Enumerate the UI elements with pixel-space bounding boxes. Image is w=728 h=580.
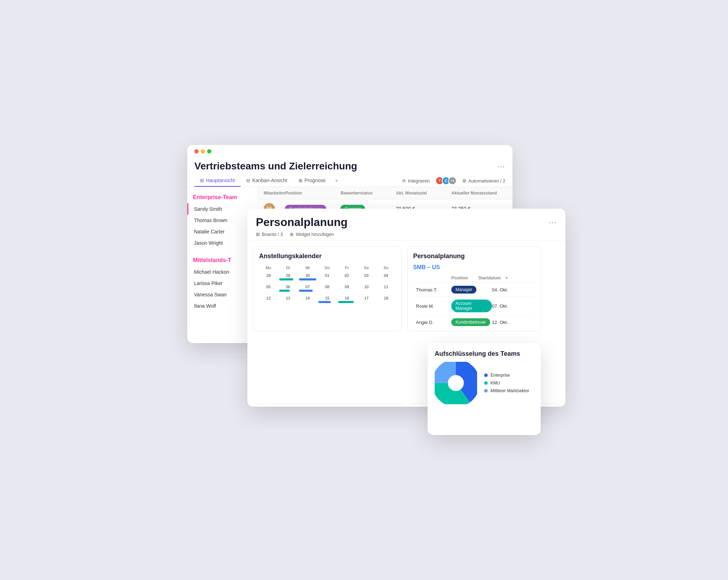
calendar-widget: Anstellungskalender Mo Di Mi Do Fr Sa So…: [253, 246, 401, 331]
automate-icon: ⚙: [462, 178, 466, 184]
calendar-grid: Mo Di Mi Do Fr Sa So 28 29 30 01 02 03 0…: [259, 264, 395, 305]
member-name: Sandy Smith: [194, 206, 252, 212]
cal-cell: 29: [278, 272, 297, 283]
member-name: Ilana Wolf: [194, 303, 252, 309]
avatar-stack: T C +2: [435, 176, 457, 185]
position-badge-manager: Manager: [451, 286, 476, 294]
tab-hauptansicht[interactable]: ⊞ Hauptansicht: [194, 175, 241, 187]
tab-kanban[interactable]: ⊟ Kanban-Ansicht: [241, 175, 293, 187]
cal-cell: 28: [259, 272, 278, 283]
cal-cell: 14: [298, 295, 317, 305]
cal-cell: 03: [357, 272, 376, 283]
back-window-title: Vertriebsteams und Zielerreichung: [194, 161, 357, 172]
staffing-row-angie: Angie D. Kundenbetreuer 12. Okt.: [413, 315, 535, 329]
team-breakdown-window: Aufschlüsselung des Teams Enterprise KMU: [428, 343, 541, 435]
srow-name: Angie D.: [416, 320, 451, 325]
add-widget-item[interactable]: ⊕ Widget hinzufügen: [290, 232, 334, 237]
srow-position: Kundenbetreuer: [451, 318, 492, 326]
add-widget-label: Widget hinzufügen: [296, 232, 334, 237]
staffing-title: Personalplanung: [413, 253, 535, 260]
cal-day-sa: Sa: [357, 264, 376, 271]
mid-header: Personalplanung ··· ⊞ Boards / 3 ⊕ Widge…: [247, 209, 565, 241]
tab-kanban-icon: ⊟: [246, 178, 250, 183]
pie-dot-enterprise: [484, 373, 488, 377]
avatar-plus: +2: [448, 176, 457, 185]
member-name: Jason Wright: [194, 240, 252, 246]
integrate-icon: ⟳: [402, 178, 406, 184]
tab-prognose-label: Prognose: [305, 178, 326, 183]
cal-cell: 10: [357, 283, 376, 294]
legend-kmu: KMU: [484, 381, 529, 385]
staffing-header: Position Startdatum +: [413, 273, 535, 283]
cal-day-mi: Mi: [298, 264, 317, 271]
cal-cell: 18: [377, 295, 395, 305]
srow-position: Account-Manager: [451, 300, 492, 312]
pie-dot-mittel: [484, 389, 488, 393]
position-badge-kunden: Kundenbetreuer: [451, 318, 490, 326]
member-name: Thomas Brown: [194, 218, 252, 223]
srow-name: Rosie M.: [416, 303, 451, 309]
add-widget-icon: ⊕: [290, 232, 294, 237]
cal-day-do: Do: [318, 264, 336, 271]
cal-cell: 12: [259, 295, 278, 305]
enterprise-label: Enterprise-Team: [187, 193, 258, 203]
legend-kmu-label: KMU: [491, 381, 500, 385]
legend-enterprise-label: Enterprise: [491, 373, 510, 378]
th-bewerberstatus: Bewerberstatus: [341, 191, 396, 196]
member-name: Vanessa Swan: [194, 292, 252, 297]
cal-cell: 11: [377, 283, 395, 294]
th-mitarbeiter: Mitarbeiter: [264, 191, 285, 196]
tab-hauptansicht-label: Hauptansicht: [206, 178, 235, 183]
cal-cell: 13: [278, 295, 297, 305]
cal-cell: 08: [318, 283, 336, 294]
mid-more-btn[interactable]: ···: [549, 218, 557, 226]
tab-plus-button[interactable]: +: [331, 175, 342, 187]
cal-cell: 07: [298, 283, 317, 294]
sth-position: Position: [451, 276, 479, 280]
cal-cell: 30: [298, 272, 317, 283]
staffing-row-rosie: Rosie M. Account-Manager 07. Okt.: [413, 297, 535, 315]
boards-item[interactable]: ⊞ Boards / 3: [256, 232, 283, 237]
member-name: Natalie Carter: [194, 229, 252, 234]
member-sandy-smith[interactable]: Sandy Smith: [187, 203, 258, 215]
boards-label: Boards / 3: [262, 232, 283, 237]
cal-cell: 06: [278, 283, 297, 294]
traffic-light-green[interactable]: [207, 149, 211, 153]
pie-area: Enterprise KMU Mittlerer Marktsektor: [435, 362, 534, 404]
cal-cell: 05: [259, 283, 278, 294]
mid-title: Personalplanung: [256, 216, 348, 229]
member-name: Larissa Piker: [194, 280, 252, 286]
tab-prognose-icon: ⊞: [299, 178, 303, 183]
pie-dot-kmu: [484, 381, 488, 385]
th-position: Position: [285, 191, 341, 196]
smb-label: SMB – US: [413, 264, 535, 271]
integrate-label: Integrieren: [408, 178, 430, 184]
sth-add[interactable]: +: [505, 276, 533, 280]
traffic-light-red[interactable]: [194, 149, 199, 153]
th-monatsstand: Aktueller Monatsstand: [451, 191, 507, 196]
integrate-action[interactable]: ⟳ Integrieren: [402, 178, 430, 184]
cal-cell: 02: [337, 272, 356, 283]
boards-icon: ⊞: [256, 232, 260, 237]
cal-cell: 17: [357, 295, 376, 305]
back-window-more[interactable]: ···: [497, 162, 505, 170]
cal-cell: 15: [318, 295, 336, 305]
traffic-light-yellow[interactable]: [201, 149, 205, 153]
cal-day-fr: Fr: [337, 264, 356, 271]
cal-day-di: Di: [278, 264, 297, 271]
pie-title: Aufschlüsselung des Teams: [435, 350, 534, 358]
th-monatsziel: Akt. Monatsziel: [396, 191, 452, 196]
srow-date: 07. Okt.: [492, 303, 533, 309]
cal-cell: 09: [337, 283, 356, 294]
pie-segment-mittel: [440, 367, 472, 399]
staffing-row-thomas: Thomas T. Manager 04. Okt.: [413, 283, 535, 297]
bewerberzeitleiste-widget: Bewerberzeitleiste 30 20 10 0 Jan.: [253, 404, 404, 407]
member-name: Michael Hackon: [194, 269, 252, 275]
position-badge-account: Account-Manager: [451, 300, 492, 312]
srow-date: 12. Okt.: [492, 320, 533, 325]
pie-legend: Enterprise KMU Mittlerer Marktsektor: [484, 373, 529, 393]
tab-prognose[interactable]: ⊞ Prognose: [293, 175, 331, 187]
legend-mittel-label: Mittlerer Marktsektor: [491, 388, 529, 393]
automate-action[interactable]: ⚙ Automatisieren / 2: [462, 178, 505, 184]
cal-cell: 16: [337, 295, 356, 305]
